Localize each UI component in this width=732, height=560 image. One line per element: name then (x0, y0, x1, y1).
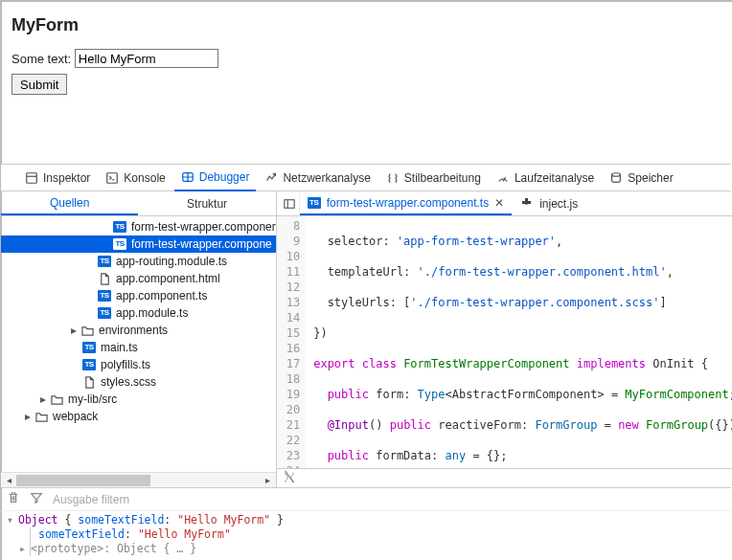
editor-tab[interactable]: inject.js (512, 191, 585, 215)
tab-style-label: Stilbearbeitung (404, 171, 481, 185)
file-tree[interactable]: TSform-test-wrapper.componer TSform-test… (1, 216, 276, 472)
tab-inspector[interactable]: Inspektor (18, 165, 97, 191)
sources-tab[interactable]: Quellen (1, 191, 138, 215)
tree-file[interactable]: app.component.html (116, 270, 220, 287)
tab-style[interactable]: Stilbearbeitung (379, 165, 488, 191)
folder-icon (49, 392, 64, 407)
clear-console-icon[interactable] (7, 491, 20, 507)
svg-rect-1 (27, 172, 37, 183)
tree-file[interactable]: form-test-wrapper.componer (131, 218, 276, 235)
pretty-print-icon[interactable] (283, 470, 296, 486)
tab-performance[interactable]: Laufzeitanalyse (490, 165, 601, 191)
tab-console-label: Konsole (124, 171, 165, 185)
file-icon (81, 374, 97, 390)
some-text-input[interactable] (75, 49, 218, 68)
close-tab-icon[interactable]: ✕ (494, 196, 504, 210)
filter-icon (30, 491, 43, 507)
outline-tab[interactable]: Struktur (138, 191, 275, 215)
tab-debugger[interactable]: Debugger (174, 165, 257, 191)
editor-tab-label: inject.js (539, 197, 578, 211)
toggle-pane-icon[interactable] (281, 191, 300, 215)
tree-folder[interactable]: environments (99, 322, 168, 339)
toolbar-overflow-icon[interactable] (716, 171, 727, 185)
console-output[interactable]: ▾Object { someTextField: "Hello MyForm" … (1, 511, 731, 559)
tab-console[interactable]: Konsole (99, 165, 172, 191)
field-label: Some text: (11, 52, 71, 66)
tree-file[interactable]: main.ts (101, 339, 138, 356)
code-editor[interactable]: 89101112131415161718192021222324 selecto… (277, 216, 732, 468)
file-icon (97, 271, 112, 286)
tree-file[interactable]: app.module.ts (116, 304, 188, 322)
tree-file-selected[interactable]: form-test-wrapper.compone (131, 235, 272, 253)
editor-tab-active[interactable]: TS form-test-wrapper.component.ts ✕ (300, 191, 512, 215)
editor-tab-label: form-test-wrapper.component.ts (327, 196, 489, 210)
tree-file[interactable]: app.component.ts (116, 287, 207, 304)
tree-folder[interactable]: my-lib/src (68, 391, 117, 408)
submit-button[interactable]: Submit (11, 74, 67, 95)
svg-rect-3 (107, 172, 118, 183)
tree-folder[interactable]: webpack (53, 408, 98, 425)
tree-file[interactable]: polyfills.ts (101, 356, 150, 373)
tab-network[interactable]: Netzwerkanalyse (258, 165, 377, 191)
tab-performance-label: Laufzeitanalyse (515, 171, 594, 185)
extension-icon (519, 197, 534, 211)
tree-file[interactable]: styles.scss (101, 373, 156, 391)
tree-file[interactable]: app-routing.module.ts (116, 253, 227, 270)
element-picker-icon[interactable] (5, 171, 16, 185)
svg-line-13 (285, 471, 293, 482)
folder-icon (80, 323, 95, 338)
svg-rect-11 (285, 199, 294, 208)
folder-icon (34, 409, 49, 424)
tab-network-label: Netzwerkanalyse (283, 171, 370, 185)
console-filter-placeholder[interactable]: Ausgabe filtern (53, 493, 129, 506)
svg-point-6 (612, 172, 621, 176)
tab-debugger-label: Debugger (199, 170, 250, 184)
tree-h-scrollbar[interactable]: ◂▸ (1, 472, 276, 487)
tab-memory-label: Speicher (628, 171, 673, 185)
tab-inspector-label: Inspektor (43, 171, 90, 185)
tab-memory[interactable]: Speicher (603, 165, 679, 191)
page-title: MyForm (11, 15, 722, 35)
